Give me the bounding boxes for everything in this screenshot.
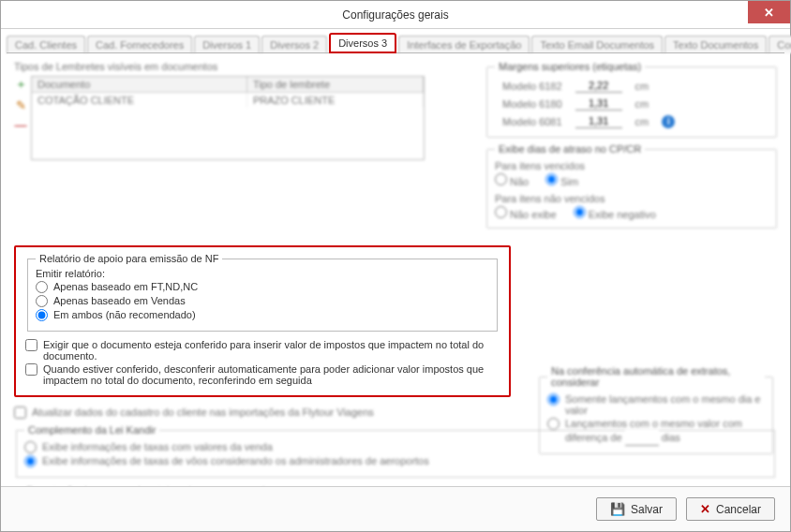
modelo-6180-input[interactable] [575, 96, 622, 111]
info-icon[interactable]: i [662, 115, 675, 128]
lembretes-title: Tipos de Lembretes visíveis em documento… [14, 61, 468, 72]
conf-dias-input[interactable] [625, 429, 659, 446]
modelo-6182-input[interactable] [575, 79, 622, 93]
cancel-label: Cancelar [716, 503, 761, 516]
flytour-checkbox[interactable] [14, 406, 26, 419]
grid-col-tipo: Tipo de lembrete [247, 77, 424, 92]
lembretes-grid[interactable]: Documento Tipo de lembrete COTAÇÃO CLIEN… [31, 76, 425, 160]
titlebar: Configurações gerais ✕ [1, 1, 790, 29]
tab-strip: Cad. Clientes Cad. Fornecedores Diversos… [1, 29, 790, 53]
config-window: Configurações gerais ✕ Cad. Clientes Cad… [0, 0, 791, 532]
vencidos-sim-radio[interactable] [545, 173, 558, 185]
desconferir-auto-checkbox[interactable] [25, 363, 37, 376]
exigir-conferido-label: Exigir que o documento esteja conferido … [43, 339, 493, 362]
nvenc-exibe-neg-radio[interactable] [574, 206, 586, 218]
conferencia-legend: Na conferência automática de extratos, c… [547, 365, 765, 388]
conf-diferenca-radio[interactable] [547, 418, 560, 430]
tab-content: Tipos de Lembretes visíveis em documento… [1, 53, 790, 531]
lei-kandir-legend: Complemento da Lei Kandir [24, 424, 159, 436]
tab-diversos-1[interactable]: Diversos 1 [194, 36, 260, 53]
lk-opt2-radio[interactable] [24, 455, 37, 467]
atraso-legend: Exibe dias de atraso no CP/CR [495, 143, 645, 155]
emit-vendas-radio[interactable] [36, 295, 48, 307]
edit-icon[interactable]: ✎ [14, 98, 27, 112]
dialog-footer: 💾 Salvar ✕ Cancelar [1, 486, 790, 531]
emit-opt1-label: Apenas baseado em FT,ND,NC [53, 281, 198, 292]
margens-legend: Margens superiores (etiquetas) [495, 61, 645, 72]
nvenc-nao-exibe-radio[interactable] [495, 206, 507, 218]
vencidos-nao-radio[interactable] [495, 173, 507, 185]
save-label: Salvar [631, 503, 663, 516]
tab-cad-clientes[interactable]: Cad. Clientes [7, 36, 85, 53]
lk-opt1-radio[interactable] [24, 441, 37, 453]
save-icon: 💾 [610, 502, 625, 516]
emit-opt3-label: Em ambos (não recomendado) [53, 309, 196, 320]
tab-config-w[interactable]: Config. de W [769, 36, 791, 53]
save-button[interactable]: 💾 Salvar [596, 497, 677, 521]
margens-section: Margens superiores (etiquetas) Modelo 61… [486, 61, 777, 138]
relatorio-nf-block: Relatório de apoio para emissão de NF Em… [14, 245, 511, 397]
relatorio-legend: Relatório de apoio para emissão de NF [36, 253, 222, 264]
flytour-label: Atualizar dados do cadastro do cliente n… [32, 406, 374, 418]
emit-opt2-label: Apenas baseado em Vendas [53, 295, 186, 306]
tab-texto-documentos[interactable]: Texto Documentos [664, 36, 767, 53]
exigir-conferido-checkbox[interactable] [25, 339, 37, 351]
tab-diversos-2[interactable]: Diversos 2 [261, 36, 327, 53]
tab-diversos-3[interactable]: Diversos 3 [329, 33, 396, 53]
atraso-section: Exibe dias de atraso no CP/CR Para itens… [486, 143, 777, 229]
lembretes-section: Tipos de Lembretes visíveis em documento… [14, 61, 468, 234]
add-icon[interactable]: ＋ [14, 76, 27, 93]
grid-col-documento: Documento [32, 77, 247, 92]
emit-ambos-radio[interactable] [36, 309, 48, 321]
cancel-button[interactable]: ✕ Cancelar [686, 497, 775, 521]
relatorio-nf-fieldset: Relatório de apoio para emissão de NF Em… [27, 253, 498, 332]
close-icon: ✕ [764, 6, 774, 20]
modelo-6081-input[interactable] [575, 114, 622, 128]
emitir-label: Emitir relatório: [36, 268, 489, 279]
tab-cad-fornecedores[interactable]: Cad. Fornecedores [87, 36, 192, 53]
tab-interfaces-exportacao[interactable]: Interfaces de Exportação [398, 36, 530, 53]
emit-ft-nd-nc-radio[interactable] [36, 281, 48, 293]
cancel-icon: ✕ [700, 502, 710, 516]
conferencia-section: Na conferência automática de extratos, c… [539, 365, 773, 460]
close-button[interactable]: ✕ [748, 1, 790, 23]
desconferir-auto-label: Quando estiver conferido, desconferir au… [43, 363, 493, 386]
delete-icon[interactable]: — [14, 118, 27, 132]
table-row[interactable]: COTAÇÃO CLIENTE PRAZO CLIENTE [32, 93, 424, 108]
window-title: Configurações gerais [342, 8, 448, 22]
tab-texto-email-documentos[interactable]: Texto Email Documentos [531, 36, 663, 53]
conf-mesmo-dia-radio[interactable] [547, 393, 560, 406]
